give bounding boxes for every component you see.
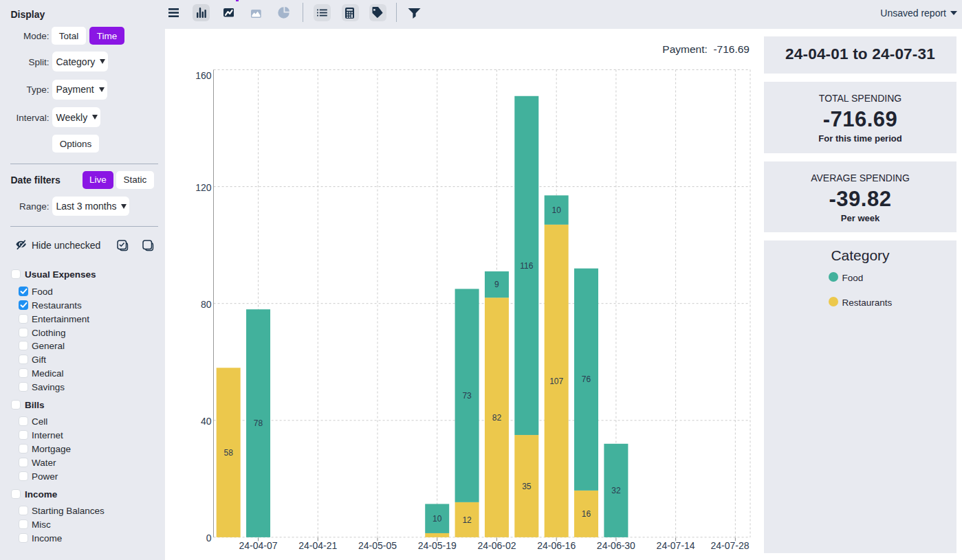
svg-text:73: 73 bbox=[462, 391, 472, 401]
svg-text:24-05-05: 24-05-05 bbox=[358, 540, 397, 551]
svg-text:120: 120 bbox=[195, 182, 212, 193]
svg-text:16: 16 bbox=[582, 509, 591, 519]
svg-text:35: 35 bbox=[522, 482, 532, 491]
svg-text:32: 32 bbox=[611, 486, 621, 495]
svg-text:9: 9 bbox=[494, 280, 499, 289]
svg-text:10: 10 bbox=[551, 205, 561, 215]
svg-text:78: 78 bbox=[254, 418, 263, 428]
svg-text:10: 10 bbox=[433, 514, 442, 524]
svg-text:82: 82 bbox=[492, 413, 502, 423]
svg-text:76: 76 bbox=[582, 374, 591, 384]
svg-text:24-06-30: 24-06-30 bbox=[597, 540, 635, 551]
svg-text:80: 80 bbox=[201, 299, 212, 310]
svg-text:40: 40 bbox=[201, 416, 212, 427]
svg-text:24-04-07: 24-04-07 bbox=[239, 540, 278, 551]
svg-text:24-07-28: 24-07-28 bbox=[711, 540, 750, 551]
svg-text:12: 12 bbox=[462, 515, 472, 525]
svg-text:160: 160 bbox=[195, 70, 212, 81]
svg-text:24-04-21: 24-04-21 bbox=[298, 540, 337, 551]
svg-text:Payment: -716.69: Payment: -716.69 bbox=[662, 43, 750, 55]
svg-text:58: 58 bbox=[224, 448, 234, 458]
svg-text:0: 0 bbox=[206, 533, 212, 544]
svg-text:116: 116 bbox=[520, 261, 533, 271]
svg-text:24-07-14: 24-07-14 bbox=[657, 540, 695, 551]
svg-text:107: 107 bbox=[549, 377, 563, 386]
svg-text:24-05-19: 24-05-19 bbox=[418, 540, 457, 551]
svg-text:24-06-02: 24-06-02 bbox=[477, 540, 516, 551]
svg-text:24-06-16: 24-06-16 bbox=[537, 540, 576, 551]
